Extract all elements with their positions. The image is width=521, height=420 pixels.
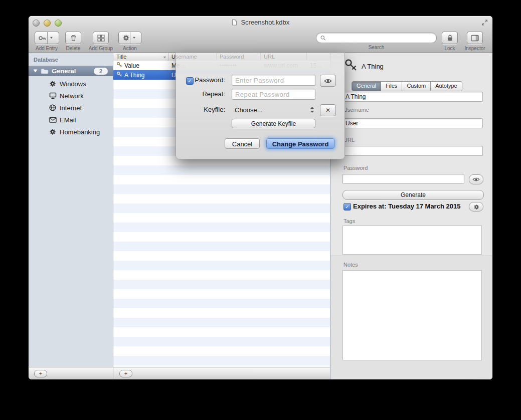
gear-icon bbox=[473, 204, 479, 210]
delete-button[interactable] bbox=[65, 32, 81, 44]
window-title-text: Screenshot.kdbx bbox=[241, 19, 289, 26]
desktop-background: Screenshot.kdbx Add Entry Delete Add Gro… bbox=[0, 0, 521, 420]
app-window: Screenshot.kdbx Add Entry Delete Add Gro… bbox=[29, 16, 492, 379]
add-group-button[interactable] bbox=[93, 32, 109, 44]
password-field[interactable] bbox=[342, 174, 464, 184]
eye-icon bbox=[324, 78, 332, 84]
add-group-plus-button[interactable]: + bbox=[34, 370, 47, 377]
gear-icon bbox=[49, 80, 57, 87]
chevron-down-icon bbox=[50, 37, 53, 39]
toolbar-item-action: Action bbox=[117, 32, 143, 51]
column-header-title[interactable]: Title bbox=[113, 53, 168, 61]
sheet-password-input[interactable] bbox=[232, 75, 315, 86]
clear-keyfile-button[interactable]: ✕ bbox=[320, 104, 336, 116]
title-field[interactable] bbox=[342, 92, 483, 102]
column-title-label: Title bbox=[116, 54, 126, 60]
action-label: Action bbox=[117, 46, 143, 51]
keyfile-popup-value: Choose... bbox=[235, 106, 310, 114]
inspector-button[interactable] bbox=[467, 32, 483, 44]
search-field[interactable] bbox=[316, 33, 437, 43]
add-entry-dropdown[interactable] bbox=[47, 32, 55, 44]
lock-label: Lock bbox=[438, 46, 461, 51]
gear-icon bbox=[122, 34, 130, 42]
folder-icon bbox=[41, 68, 49, 74]
search-icon bbox=[320, 35, 326, 41]
username-field[interactable] bbox=[342, 118, 483, 128]
cancel-button[interactable]: Cancel bbox=[225, 138, 260, 149]
sidebar-item-internet[interactable]: Internet bbox=[29, 102, 113, 114]
sheet-repeat-input[interactable] bbox=[232, 89, 315, 100]
sidebar-group-general[interactable]: General 2 bbox=[29, 66, 113, 76]
sidebar-item-homebanking[interactable]: Homebanking bbox=[29, 126, 113, 138]
document-icon bbox=[232, 19, 237, 26]
trash-icon bbox=[70, 34, 77, 42]
tab-autotype[interactable]: Autotype bbox=[431, 82, 461, 91]
add-entry-plus-button[interactable]: + bbox=[119, 370, 132, 377]
add-entry-button[interactable] bbox=[35, 32, 59, 44]
generate-keyfile-button[interactable]: Generate Keyfile bbox=[232, 119, 315, 128]
sidebar-group-badge: 2 bbox=[94, 68, 108, 75]
group-grid-icon bbox=[97, 35, 105, 42]
tab-custom[interactable]: Custom bbox=[402, 82, 431, 91]
sidebar-item-email[interactable]: EMail bbox=[29, 114, 113, 126]
sidebar-item-label: Network bbox=[60, 92, 84, 100]
sidebar-item-label: Internet bbox=[60, 104, 82, 112]
cell-title: Value bbox=[124, 62, 139, 69]
sidebar-group-label: General bbox=[52, 67, 94, 75]
reveal-password-button[interactable] bbox=[469, 174, 483, 184]
notes-field[interactable] bbox=[342, 270, 482, 360]
sheet-reveal-password-button[interactable] bbox=[320, 75, 336, 87]
change-password-sheet: ✓ Password: Repeat: Keyfile: Choose... ✕… bbox=[176, 53, 345, 159]
toolbar-item-add-group: Add Group bbox=[86, 32, 116, 51]
action-dropdown[interactable] bbox=[130, 32, 138, 44]
sidebar-item-windows[interactable]: Windows bbox=[29, 78, 113, 90]
toolbar-item-add-entry: Add Entry bbox=[33, 32, 61, 51]
lock-icon bbox=[446, 34, 454, 42]
globe-icon bbox=[49, 104, 57, 111]
fullscreen-icon[interactable] bbox=[481, 19, 488, 26]
sidebar-item-label: Windows bbox=[60, 80, 86, 88]
bottom-bar-divider bbox=[113, 367, 113, 379]
password-checkbox[interactable]: ✓ bbox=[186, 77, 194, 85]
add-entry-label: Add Entry bbox=[33, 46, 61, 51]
eye-icon bbox=[472, 177, 480, 182]
sheet-repeat-label: Repeat: bbox=[194, 89, 225, 100]
cell-title: A Thing bbox=[124, 72, 144, 79]
search-input[interactable] bbox=[328, 34, 432, 42]
chevron-down-icon bbox=[132, 37, 136, 39]
key-icon bbox=[116, 62, 122, 69]
toolbar-item-inspector: Inspector bbox=[463, 32, 486, 51]
expires-settings-button[interactable] bbox=[469, 202, 483, 212]
sidebar-section-header: Database bbox=[34, 57, 58, 63]
tab-files[interactable]: Files bbox=[381, 82, 402, 91]
generate-password-button[interactable]: Generate bbox=[342, 190, 484, 200]
tab-general[interactable]: General bbox=[352, 82, 381, 91]
toolbar-item-lock: Lock bbox=[438, 32, 461, 51]
url-field[interactable] bbox=[342, 146, 483, 156]
toolbar-item-delete: Delete bbox=[62, 32, 85, 51]
expires-checkbox[interactable]: ✓ bbox=[343, 203, 351, 211]
disclosure-triangle-icon[interactable] bbox=[33, 69, 38, 73]
inspector-label: Inspector bbox=[463, 46, 486, 51]
bottom-bar: + + bbox=[29, 367, 330, 379]
notes-label: Notes bbox=[343, 262, 358, 268]
key-plus-icon bbox=[38, 35, 47, 42]
tags-field[interactable] bbox=[342, 226, 482, 255]
window-title: Screenshot.kdbx bbox=[29, 19, 492, 28]
envelope-icon bbox=[49, 117, 57, 123]
lock-button[interactable] bbox=[442, 32, 458, 44]
monitor-icon bbox=[49, 92, 57, 99]
inspector-tabs: General Files Custom Autotype bbox=[352, 81, 462, 91]
gear-icon bbox=[49, 128, 57, 135]
change-password-button[interactable]: Change Password bbox=[266, 138, 334, 149]
username-label: Username bbox=[343, 107, 369, 113]
sidebar-item-network[interactable]: Network bbox=[29, 90, 113, 102]
sidebar-item-label: EMail bbox=[60, 116, 76, 124]
keyfile-popup[interactable]: Choose... bbox=[232, 104, 315, 115]
search-label: Search bbox=[316, 45, 437, 50]
add-group-label: Add Group bbox=[86, 46, 116, 51]
action-button[interactable] bbox=[118, 32, 141, 44]
key-icon bbox=[116, 71, 122, 79]
expires-label: Expires at: Tuesday 17 March 2015 bbox=[353, 202, 460, 210]
password-label: Password bbox=[343, 165, 368, 171]
